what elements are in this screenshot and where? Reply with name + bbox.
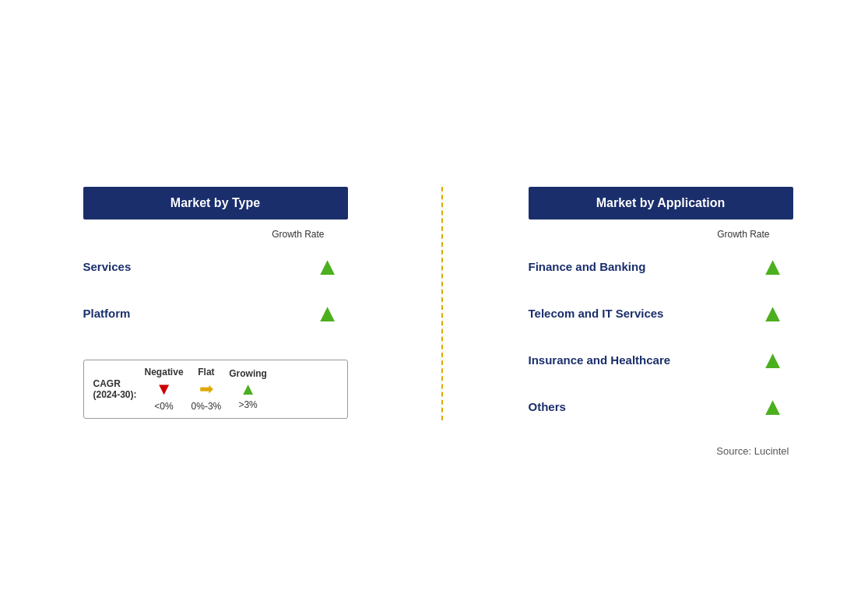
legend-growing: Growing ▲ >3% — [229, 368, 267, 410]
right-growth-rate-label: Growth Rate — [529, 229, 793, 240]
left-panel: Market by Type Growth Rate Services ▲ Pl… — [83, 187, 379, 419]
others-arrow-up-icon: ▲ — [761, 394, 785, 419]
table-row: Telecom and IT Services ▲ — [529, 290, 793, 336]
market-by-application-header: Market by Application — [529, 187, 793, 219]
negative-arrow-icon: ▼ — [156, 379, 173, 399]
telecom-it-label: Telecom and IT Services — [529, 307, 664, 320]
table-row: Finance and Banking ▲ — [529, 243, 793, 290]
platform-label: Platform — [83, 307, 131, 320]
right-panel: Market by Application Growth Rate Financ… — [505, 187, 785, 457]
growing-label: Growing — [229, 368, 267, 379]
platform-arrow-up-icon: ▲ — [315, 300, 340, 325]
flat-arrow-icon: ➡ — [199, 379, 213, 399]
table-row: Insurance and Healthcare ▲ — [529, 336, 793, 383]
panel-divider — [426, 187, 459, 420]
right-panel-rows: Finance and Banking ▲ Telecom and IT Ser… — [529, 243, 793, 430]
legend-cagr-label: CAGR (2024-30): — [93, 378, 137, 400]
telecom-arrow-up-icon: ▲ — [761, 300, 785, 325]
left-panel-rows: Services ▲ Platform ▲ — [83, 243, 348, 336]
table-row: Services ▲ — [83, 243, 348, 290]
growing-arrow-icon: ▲ — [240, 381, 257, 398]
finance-banking-label: Finance and Banking — [529, 260, 646, 273]
legend-flat: Flat ➡ 0%-3% — [192, 367, 222, 412]
insurance-healthcare-label: Insurance and Healthcare — [529, 353, 671, 367]
legend-box: CAGR (2024-30): Negative ▼ <0% Flat ➡ 0%… — [83, 360, 348, 419]
market-by-application-panel: Market by Application Growth Rate Financ… — [529, 187, 793, 457]
market-by-type-panel: Market by Type Growth Rate Services ▲ Pl… — [83, 187, 348, 336]
flat-value: 0%-3% — [192, 401, 222, 412]
others-label: Others — [529, 400, 566, 413]
insurance-arrow-up-icon: ▲ — [761, 347, 785, 372]
finance-arrow-up-icon: ▲ — [761, 254, 785, 279]
services-label: Services — [83, 260, 132, 273]
services-arrow-up-icon: ▲ — [315, 254, 340, 279]
negative-label: Negative — [145, 367, 184, 377]
source-label: Source: Lucintel — [529, 445, 793, 457]
table-row: Others ▲ — [529, 383, 793, 430]
market-by-type-header: Market by Type — [83, 187, 348, 219]
flat-label: Flat — [198, 367, 214, 377]
table-row: Platform ▲ — [83, 290, 348, 336]
negative-value: <0% — [154, 401, 173, 412]
growing-value: >3% — [238, 399, 257, 410]
left-growth-rate-label: Growth Rate — [83, 229, 348, 240]
legend-negative: Negative ▼ <0% — [145, 367, 184, 412]
vertical-divider-line — [441, 187, 443, 420]
